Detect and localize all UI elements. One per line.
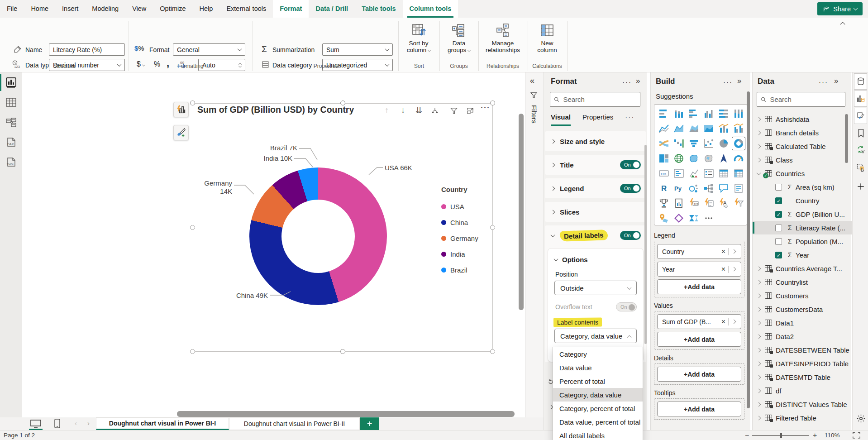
card-icon[interactable]: 123: [658, 167, 670, 180]
filters-pane-label[interactable]: Filters: [530, 105, 538, 124]
matrix-icon[interactable]: [732, 167, 745, 180]
table-item-countries[interactable]: ✓Countries: [753, 167, 852, 180]
data-pane-scrollbar[interactable]: [845, 114, 848, 163]
thousands-separator-button[interactable]: ,: [167, 57, 169, 69]
prev-page-icon[interactable]: ‹: [75, 419, 77, 427]
menu-tab-file[interactable]: File: [0, 0, 24, 18]
resize-handle[interactable]: [490, 349, 495, 354]
gauge-icon[interactable]: [732, 152, 745, 165]
chevron-right-icon[interactable]: [757, 117, 761, 121]
chevron-right-icon[interactable]: [757, 158, 761, 162]
field-options-chevron-icon[interactable]: [732, 249, 736, 254]
table-item-countries-average-t-[interactable]: Countries Average T...: [753, 262, 852, 275]
legend-item-usa[interactable]: USA: [441, 199, 496, 215]
text-slicer-icon[interactable]: A: [717, 197, 730, 210]
more-visuals-icon[interactable]: [702, 212, 715, 225]
chevron-right-icon[interactable]: [757, 293, 761, 298]
selection-pane-icon[interactable]: [855, 162, 866, 173]
field-pill[interactable]: Year×: [657, 262, 741, 277]
checkbox-checked-icon[interactable]: ✓: [775, 211, 782, 218]
arrow-down-icon[interactable]: ↓: [401, 105, 405, 115]
percent-button[interactable]: %: [154, 60, 160, 68]
new-card-icon[interactable]: 123: [687, 197, 700, 210]
expand-filters-icon[interactable]: «: [530, 76, 534, 86]
zoom-out-icon[interactable]: −: [745, 431, 749, 440]
resize-handle[interactable]: [190, 100, 195, 105]
field-options-chevron-icon[interactable]: [732, 267, 736, 272]
chevron-right-icon[interactable]: [757, 280, 761, 284]
paginated-report-icon[interactable]: [672, 197, 685, 210]
chevron-right-icon[interactable]: [757, 266, 761, 271]
legend-item-germany[interactable]: Germany: [441, 230, 496, 246]
collapse-format-pane-icon[interactable]: »: [636, 77, 640, 86]
data-search-input[interactable]: [770, 96, 841, 103]
button-slicer-icon[interactable]: [732, 197, 745, 210]
funnel-chart-icon[interactable]: [687, 137, 700, 150]
add-data-button[interactable]: +Add data: [657, 279, 741, 294]
chevron-right-icon[interactable]: [757, 361, 761, 366]
field-item-literacy-rate-[interactable]: ΣLiteracy Rate (...: [753, 221, 852, 234]
field-item-year[interactable]: ✓ΣYear: [753, 248, 852, 262]
resize-handle[interactable]: [190, 225, 195, 230]
build-pane-switch[interactable]: [854, 91, 867, 107]
power-apps-visual-icon[interactable]: [672, 212, 685, 225]
focus-mode-icon[interactable]: [466, 107, 474, 115]
sidebar-item-tmdl-view[interactable]: TMDL: [5, 157, 17, 169]
mobile-layout-icon[interactable]: [54, 419, 60, 428]
kpi-icon[interactable]: [687, 167, 700, 180]
page-tab-1[interactable]: Doughnut chart visual in Power BI-I: [96, 417, 229, 430]
format-pane-scrollbar[interactable]: [644, 145, 647, 344]
sort-by-column-button[interactable]: Sort bycolumn: [399, 23, 438, 53]
resize-handle[interactable]: [190, 349, 195, 354]
stacked-area-chart-icon[interactable]: [687, 122, 700, 135]
add-data-button[interactable]: +Add data: [657, 367, 741, 382]
page-tab-2[interactable]: Doughnut chart visual in Power BI-II: [229, 417, 360, 430]
fit-to-page-icon[interactable]: [853, 432, 860, 439]
menu-tab-column-tools[interactable]: Column tools: [403, 0, 458, 18]
field-pill[interactable]: Country×: [657, 244, 741, 259]
canvas-horizontal-scrollbar[interactable]: [177, 411, 515, 417]
arrow-up-icon[interactable]: ↑: [385, 105, 389, 115]
table-item-datesbetween-table[interactable]: DATESBETWEEN Table: [753, 343, 852, 357]
menu-tab-modeling[interactable]: Modeling: [85, 0, 125, 18]
python-visual-icon[interactable]: Py: [672, 182, 685, 195]
new-column-button[interactable]: Newcolumn: [528, 23, 567, 53]
chevron-right-icon[interactable]: [757, 388, 761, 393]
chevron-right-icon[interactable]: [757, 334, 761, 339]
azure-maps-visual-icon[interactable]: [658, 212, 670, 225]
multi-row-card-icon[interactable]: [672, 167, 685, 180]
analyze-visual-button[interactable]: [173, 102, 189, 117]
table-item-datesinperiod-table[interactable]: DATESINPERIOD Table: [753, 357, 852, 370]
legend-item-brazil[interactable]: Brazil: [441, 262, 496, 278]
checkbox-checked-icon[interactable]: ✓: [775, 252, 782, 258]
slicer-icon[interactable]: [702, 167, 715, 180]
resize-handle[interactable]: [490, 100, 495, 105]
format-pane-more-icon[interactable]: ···: [622, 78, 632, 86]
remove-field-icon[interactable]: ×: [719, 265, 728, 273]
checkbox-icon[interactable]: [775, 184, 782, 191]
field-item-area-sq-km-[interactable]: ΣArea (sq km): [753, 180, 852, 194]
tab-visual[interactable]: Visual: [551, 113, 571, 126]
menu-tab-optimize[interactable]: Optimize: [153, 0, 192, 18]
chevron-right-icon[interactable]: [757, 416, 761, 420]
table-item-ashishdata[interactable]: Ashishdata: [753, 112, 852, 126]
line-and-stacked-column-chart-icon[interactable]: [717, 122, 730, 135]
build-pane-more-icon[interactable]: ···: [723, 78, 733, 86]
table-item-countrylist[interactable]: Countrylist: [753, 275, 852, 289]
legend-item-india[interactable]: India: [441, 246, 496, 262]
chevron-right-icon[interactable]: [757, 320, 761, 325]
remove-field-icon[interactable]: ×: [719, 248, 728, 256]
table-item-df[interactable]: df: [753, 384, 852, 397]
position-select[interactable]: Outside: [554, 281, 637, 295]
100-stacked-column-chart-icon[interactable]: [732, 107, 745, 120]
canvas-vertical-scrollbar[interactable]: [519, 114, 524, 310]
format-select[interactable]: General: [173, 43, 245, 56]
field-options-chevron-icon[interactable]: [732, 320, 736, 324]
legend-item-china[interactable]: China: [441, 215, 496, 230]
toggle-on[interactable]: On: [620, 231, 641, 240]
table-item-customers[interactable]: Customers: [753, 289, 852, 302]
clustered-bar-chart-icon[interactable]: [687, 107, 700, 120]
zoom-slider-thumb[interactable]: [780, 433, 782, 438]
new-slicer-icon[interactable]: [702, 197, 715, 210]
menu-tab-data-drill[interactable]: Data / Drill: [309, 0, 355, 18]
